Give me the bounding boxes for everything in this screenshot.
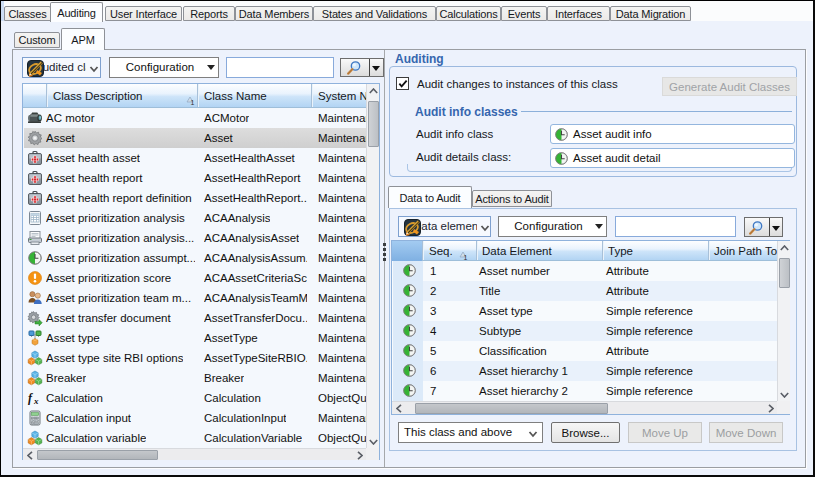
svg-text:1: 1 <box>191 99 195 105</box>
svg-text:1: 1 <box>464 254 468 260</box>
svg-text:f: f <box>28 391 33 405</box>
svg-text:x: x <box>33 396 39 406</box>
